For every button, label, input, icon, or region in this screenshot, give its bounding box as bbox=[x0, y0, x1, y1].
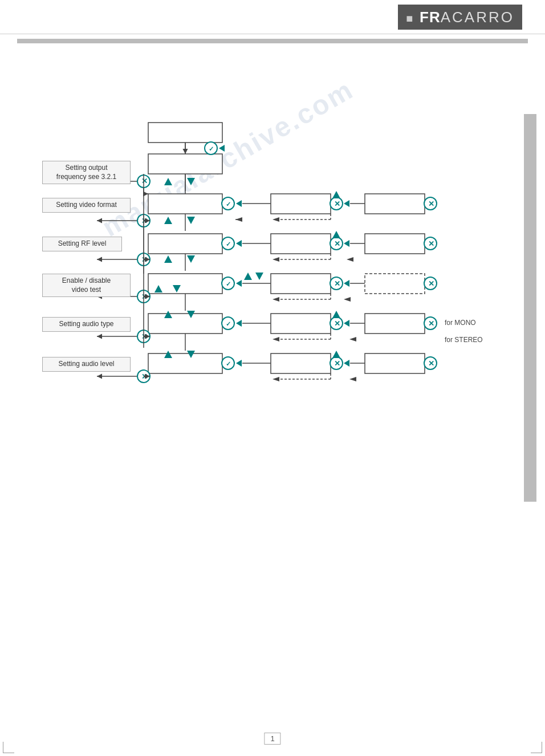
svg-marker-50 bbox=[272, 257, 279, 262]
svg-rect-58 bbox=[148, 274, 222, 294]
label-audio-type: Setting audio type bbox=[42, 317, 131, 332]
svg-marker-118 bbox=[344, 360, 349, 367]
label-output-frequency: Setting outputfrequency see 3.2.1 bbox=[42, 161, 131, 184]
svg-text:✕: ✕ bbox=[334, 200, 340, 208]
svg-text:✕: ✕ bbox=[141, 255, 148, 264]
corner-mark-br bbox=[531, 742, 542, 753]
svg-marker-43 bbox=[344, 240, 349, 247]
svg-marker-17 bbox=[332, 191, 340, 198]
svg-marker-51 bbox=[347, 257, 353, 262]
svg-marker-84 bbox=[164, 311, 172, 318]
svg-rect-83 bbox=[148, 314, 222, 334]
svg-rect-107 bbox=[148, 353, 222, 373]
svg-marker-68 bbox=[344, 280, 349, 287]
label-enable-disable: Enable / disablevideo test bbox=[42, 274, 131, 297]
watermark: manualarchive.com bbox=[97, 74, 359, 243]
svg-text:for STEREO: for STEREO bbox=[445, 336, 483, 344]
logo-area: ■ FRACARRO bbox=[398, 5, 522, 30]
svg-point-77 bbox=[137, 290, 150, 303]
svg-rect-45 bbox=[365, 234, 425, 254]
svg-text:✕: ✕ bbox=[334, 319, 340, 328]
svg-marker-52 bbox=[164, 255, 172, 263]
svg-text:✕: ✕ bbox=[334, 239, 340, 248]
svg-point-66 bbox=[330, 277, 343, 290]
svg-text:for MONO: for MONO bbox=[445, 319, 476, 327]
svg-marker-126 bbox=[349, 377, 356, 381]
svg-rect-0 bbox=[148, 123, 222, 143]
svg-point-35 bbox=[222, 237, 234, 250]
svg-marker-102 bbox=[349, 337, 356, 342]
svg-rect-96 bbox=[365, 314, 425, 334]
svg-point-21 bbox=[424, 197, 437, 210]
svg-point-71 bbox=[424, 277, 437, 290]
svg-text:✓: ✓ bbox=[209, 145, 214, 152]
svg-marker-109 bbox=[187, 351, 195, 358]
header: ■ FRACARRO bbox=[0, 0, 545, 34]
svg-point-103 bbox=[137, 330, 150, 343]
svg-marker-85 bbox=[187, 311, 195, 318]
svg-marker-125 bbox=[272, 377, 279, 381]
svg-text:✕: ✕ bbox=[141, 177, 148, 185]
svg-marker-64 bbox=[255, 273, 263, 280]
svg-marker-117 bbox=[332, 351, 340, 358]
svg-marker-75 bbox=[272, 297, 279, 302]
svg-text:✕: ✕ bbox=[141, 292, 148, 301]
svg-point-86 bbox=[222, 317, 234, 330]
svg-rect-14 bbox=[271, 194, 331, 214]
page-number: 1 bbox=[264, 733, 280, 745]
label-audio-level: Setting audio level bbox=[42, 357, 131, 372]
svg-point-121 bbox=[424, 357, 437, 369]
svg-text:✓: ✓ bbox=[226, 320, 231, 327]
label-video-format: Setting video format bbox=[42, 198, 131, 213]
svg-marker-112 bbox=[236, 360, 242, 367]
svg-text:✕: ✕ bbox=[141, 332, 148, 341]
svg-marker-80 bbox=[173, 285, 181, 292]
svg-marker-79 bbox=[154, 285, 162, 292]
svg-marker-61 bbox=[236, 280, 242, 287]
svg-marker-12 bbox=[236, 200, 242, 207]
svg-rect-90 bbox=[271, 314, 331, 334]
svg-marker-53 bbox=[187, 255, 195, 263]
svg-rect-65 bbox=[271, 274, 331, 294]
svg-rect-120 bbox=[365, 353, 425, 373]
label-rf-level: Setting RF level bbox=[42, 237, 122, 251]
svg-text:✕: ✕ bbox=[428, 239, 434, 248]
svg-marker-29 bbox=[187, 217, 195, 224]
svg-marker-37 bbox=[236, 240, 242, 247]
svg-point-110 bbox=[222, 357, 234, 369]
svg-marker-18 bbox=[344, 200, 349, 207]
logo: ■ FRACARRO bbox=[398, 5, 522, 30]
svg-marker-76 bbox=[344, 297, 351, 302]
svg-text:✕: ✕ bbox=[141, 372, 148, 381]
svg-text:✕: ✕ bbox=[141, 217, 148, 225]
svg-rect-34 bbox=[148, 234, 222, 254]
svg-rect-70 bbox=[365, 274, 425, 294]
svg-text:✕: ✕ bbox=[428, 200, 434, 208]
svg-text:✓: ✓ bbox=[226, 281, 231, 287]
svg-marker-93 bbox=[332, 311, 340, 318]
svg-text:✕: ✕ bbox=[428, 359, 434, 368]
svg-point-131 bbox=[205, 142, 217, 155]
svg-point-40 bbox=[330, 237, 343, 250]
svg-text:✕: ✕ bbox=[428, 319, 434, 328]
svg-point-97 bbox=[424, 317, 437, 330]
svg-point-5 bbox=[137, 175, 150, 188]
svg-rect-9 bbox=[148, 194, 222, 214]
svg-text:✕: ✕ bbox=[334, 359, 340, 368]
svg-text:✕: ✕ bbox=[428, 279, 434, 288]
svg-marker-108 bbox=[164, 351, 172, 358]
svg-text:✓: ✓ bbox=[226, 360, 231, 367]
svg-text:✕: ✕ bbox=[334, 279, 340, 288]
svg-rect-20 bbox=[365, 194, 425, 214]
svg-point-59 bbox=[222, 277, 234, 290]
svg-text:✓: ✓ bbox=[226, 201, 231, 208]
svg-marker-28 bbox=[164, 217, 172, 224]
svg-point-10 bbox=[222, 197, 234, 210]
svg-marker-94 bbox=[344, 320, 349, 327]
svg-point-115 bbox=[330, 357, 343, 369]
svg-marker-25 bbox=[272, 217, 279, 222]
svg-point-91 bbox=[330, 317, 343, 330]
svg-point-46 bbox=[424, 237, 437, 250]
svg-point-30 bbox=[137, 214, 150, 227]
svg-rect-39 bbox=[271, 234, 331, 254]
